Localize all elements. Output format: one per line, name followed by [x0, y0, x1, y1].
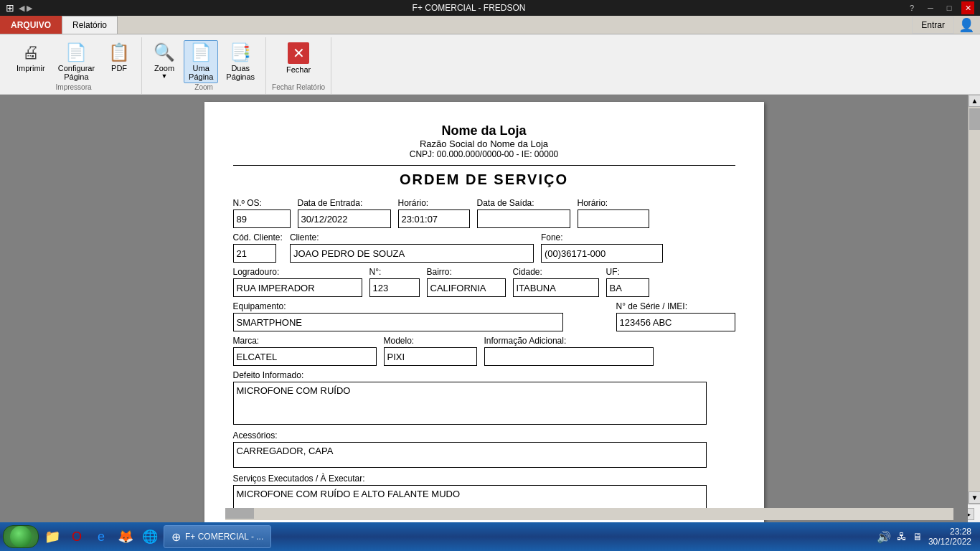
- uma-pagina-button[interactable]: 📄 UmaPágina: [184, 40, 218, 83]
- scroll-up-button[interactable]: ▲: [969, 95, 980, 107]
- input-cod-cliente[interactable]: [233, 244, 276, 263]
- input-servicos[interactable]: [233, 485, 707, 511]
- input-equipamento[interactable]: [233, 313, 563, 331]
- pdf-button[interactable]: 📋 PDF: [103, 40, 136, 75]
- field-data-entrada: Data de Entrada:: [298, 198, 391, 228]
- zoom-label: Zoom: [194, 83, 213, 94]
- fechar-button[interactable]: ✕ Fechar: [281, 40, 316, 76]
- label-acessorios: Acessórios:: [233, 430, 735, 441]
- input-data-saida[interactable]: [477, 209, 570, 228]
- two-pages-icon: 📑: [230, 42, 251, 62]
- field-horario2: Horário:: [578, 198, 649, 228]
- input-nos[interactable]: [233, 209, 291, 228]
- input-modelo[interactable]: [384, 347, 477, 366]
- ribbon-group-zoom: 🔍 Zoom ▼ 📄 UmaPágina 📑 DuasPáginas Zoom: [142, 37, 266, 94]
- start-button[interactable]: [3, 525, 39, 548]
- impressora-label: Impressora: [56, 83, 92, 94]
- input-cidade[interactable]: [513, 278, 599, 297]
- taskbar-app-label: F+ COMERCIAL - ...: [185, 532, 263, 542]
- form-row-3: Logradouro: N°: Bairro: Cidade: UF:: [233, 267, 735, 297]
- label-cliente: Cliente:: [290, 232, 534, 242]
- zoom-icon: 🔍: [154, 42, 175, 62]
- field-nos: N.º OS:: [233, 198, 291, 228]
- field-bairro: Bairro:: [427, 267, 506, 297]
- fechar-buttons: ✕ Fechar: [281, 37, 316, 83]
- minimize-button[interactable]: ─: [924, 1, 937, 14]
- impressora-buttons: 🖨 Imprimir 📄 ConfigurarPágina 📋 PDF: [11, 37, 136, 83]
- vertical-scrollbar[interactable]: ▲ ▼: [968, 95, 980, 504]
- title-bar-left: ⊞ ◀ ▶: [6, 2, 32, 14]
- ribbon-content: 🖨 Imprimir 📄 ConfigurarPágina 📋 PDF Impr…: [0, 34, 980, 94]
- input-logradouro[interactable]: [233, 278, 362, 297]
- label-fone: Fone:: [541, 232, 663, 242]
- help-icon[interactable]: ?: [905, 1, 918, 14]
- taskbar: 📁 O e 🦊 🌐 ⊕ F+ COMERCIAL - ... 🔊 🖧 🖥 23:…: [0, 522, 980, 551]
- label-infoadd: Informação Adicional:: [484, 336, 654, 346]
- input-numero[interactable]: [369, 278, 420, 297]
- taskbar-explorer-icon[interactable]: 📁: [42, 526, 63, 547]
- input-cliente[interactable]: [290, 244, 534, 263]
- input-infoadd[interactable]: [484, 347, 654, 366]
- input-horario2[interactable]: [578, 209, 649, 228]
- taskbar-app-button[interactable]: ⊕ F+ COMERCIAL - ...: [164, 525, 271, 548]
- entrar-button[interactable]: Entrar: [912, 17, 954, 34]
- input-defeito[interactable]: [233, 382, 707, 425]
- single-page-icon: 📄: [190, 42, 212, 62]
- label-numero: N°:: [369, 267, 420, 277]
- input-fone[interactable]: [541, 244, 663, 263]
- field-modelo: Modelo:: [384, 336, 477, 366]
- field-serie: N° de Série / IMEI:: [616, 301, 735, 331]
- field-marca: Marca:: [233, 336, 377, 366]
- store-cnpj: CNPJ: 00.000.000/0000-00 - IE: 00000: [233, 149, 735, 159]
- duas-paginas-button[interactable]: 📑 DuasPáginas: [221, 40, 260, 83]
- header-divider: [233, 165, 735, 166]
- network-icon[interactable]: 🖧: [897, 531, 907, 542]
- horizontal-scroll-thumb[interactable]: [225, 508, 254, 519]
- field-data-saida: Data de Saída:: [477, 198, 570, 228]
- scroll-down-button[interactable]: ▼: [969, 491, 980, 504]
- field-infoadd: Informação Adicional:: [484, 336, 654, 366]
- input-bairro[interactable]: [427, 278, 506, 297]
- taskbar-chrome-icon[interactable]: 🌐: [139, 526, 161, 547]
- field-uf: UF:: [606, 267, 649, 297]
- volume-icon[interactable]: 🔊: [877, 530, 891, 544]
- user-icon: 👤: [958, 17, 974, 33]
- taskbar-opera-icon[interactable]: O: [66, 526, 88, 547]
- taskbar-ie-icon[interactable]: e: [90, 526, 112, 547]
- label-cidade: Cidade:: [513, 267, 599, 277]
- label-cod-cliente: Cód. Cliente:: [233, 232, 283, 242]
- configurar-pagina-button[interactable]: 📄 ConfigurarPágina: [53, 40, 100, 83]
- scroll-track: [969, 107, 980, 491]
- imprimir-button[interactable]: 🖨 Imprimir: [11, 40, 50, 75]
- store-razao: Razão Social do Nome da Loja: [233, 138, 735, 149]
- label-marca: Marca:: [233, 336, 377, 346]
- label-data-saida: Data de Saída:: [477, 198, 570, 208]
- scroll-thumb[interactable]: [969, 108, 980, 130]
- field-cidade: Cidade:: [513, 267, 599, 297]
- app-icon: ⊞: [6, 2, 14, 14]
- tab-relatorio[interactable]: Relatório: [62, 16, 118, 34]
- field-servicos: Serviços Executados / À Executar:: [233, 474, 735, 511]
- zoom-button[interactable]: 🔍 Zoom ▼: [148, 40, 181, 82]
- input-uf[interactable]: [606, 278, 649, 297]
- label-defeito: Defeito Informado:: [233, 370, 735, 380]
- label-horario: Horário:: [398, 198, 470, 208]
- taskbar-firefox-icon[interactable]: 🦊: [115, 526, 136, 547]
- field-cod-cliente: Cód. Cliente:: [233, 232, 283, 263]
- maximize-button[interactable]: □: [943, 1, 956, 14]
- tab-arquivo[interactable]: ARQUIVO: [0, 16, 62, 34]
- print-icon: 🖨: [22, 42, 39, 62]
- taskbar-right: 🔊 🖧 🖥 23:28 30/12/2022: [877, 527, 977, 547]
- close-red-icon: ✕: [288, 42, 309, 64]
- input-marca[interactable]: [233, 347, 377, 366]
- input-horario[interactable]: [398, 209, 470, 228]
- label-data-entrada: Data de Entrada:: [298, 198, 391, 208]
- close-button[interactable]: ✕: [961, 1, 974, 14]
- system-time: 23:28 30/12/2022: [928, 527, 971, 547]
- input-serie[interactable]: [616, 313, 735, 331]
- input-data-entrada[interactable]: [298, 209, 391, 228]
- field-horario: Horário:: [398, 198, 470, 228]
- title-bar-title: F+ COMERCIAL - FREDSON: [32, 3, 905, 13]
- monitor-icon[interactable]: 🖥: [913, 531, 923, 542]
- input-acessorios[interactable]: [233, 442, 707, 468]
